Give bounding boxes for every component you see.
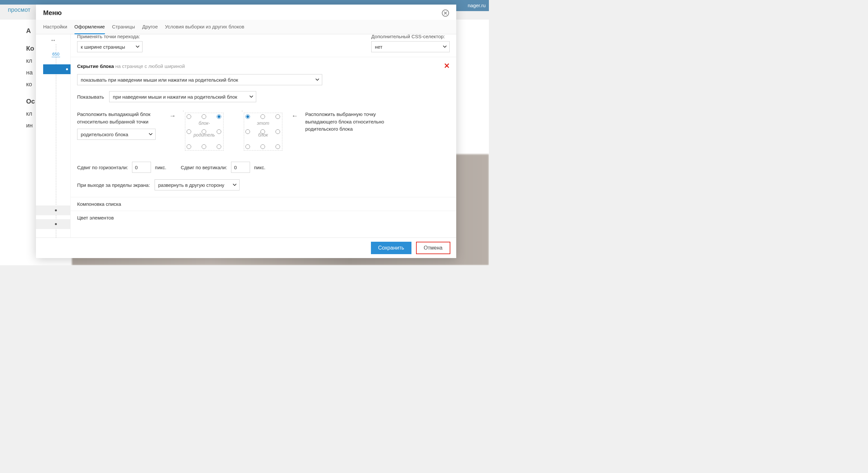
dialog-footer: Сохранить Отмена (36, 238, 456, 258)
parent-anchor-tl[interactable] (187, 114, 191, 119)
show-trigger-label: Показывать (77, 94, 104, 100)
self-anchor-ml[interactable] (245, 129, 250, 134)
cancel-button[interactable]: Отмена (416, 242, 450, 254)
parent-anchor-ml[interactable] (187, 129, 191, 134)
tab-design[interactable]: Оформление (74, 20, 105, 34)
remove-section-button[interactable]: ✕ (444, 62, 450, 70)
content-column: Применять точки перехода: к ширине стран… (70, 34, 456, 238)
apply-breakpoints-label: Применять точки перехода: (77, 34, 143, 39)
parent-anchor-mr[interactable] (217, 129, 221, 134)
apply-breakpoints-group: Применять точки перехода: к ширине стран… (77, 34, 143, 52)
position-relative-select[interactable]: родительского блока (77, 129, 156, 140)
self-anchor-mr[interactable] (276, 129, 280, 134)
show-trigger-row: Показывать при наведении мыши и нажатии … (77, 91, 450, 102)
close-icon (444, 11, 447, 15)
position-left-text: Расположить выпадающий блок относительно… (77, 111, 162, 140)
shift-v-label: Сдвиг по вертикали: (181, 165, 227, 170)
self-anchor-tc[interactable] (260, 114, 265, 119)
dialog-header: Меню (36, 5, 456, 20)
self-anchor-grid: этот блок (242, 111, 284, 153)
overflow-row: При выходе за пределы экрана: развернуть… (77, 179, 450, 190)
shift-v-suffix: пикс. (254, 165, 266, 170)
parent-anchor-grid: блок- родитель (183, 111, 225, 153)
overflow-label: При выходе за пределы экрана: (77, 182, 150, 188)
dialog: Меню Настройки Оформление Страницы Друго… (36, 5, 456, 258)
shift-h-suffix: пикс. (155, 165, 166, 170)
hide-block-section: Скрытие блока на странице с любой ширино… (70, 57, 456, 197)
self-anchor-bl[interactable] (245, 145, 250, 149)
overflow-select[interactable]: развернуть в другую сторону (155, 179, 240, 190)
parent-anchor-bc[interactable] (202, 145, 206, 149)
parent-anchor-tr[interactable] (217, 114, 221, 119)
tab-settings[interactable]: Настройки (43, 20, 67, 34)
save-button[interactable]: Сохранить (371, 242, 411, 254)
parent-anchor-bl[interactable] (187, 145, 191, 149)
breakpoints-column: ↔ 650 (36, 34, 70, 238)
tab-pages[interactable]: Страницы (112, 20, 135, 34)
hide-block-title: Скрытие блока на странице с любой ширино… (77, 63, 185, 69)
breakpoint-active[interactable] (43, 64, 70, 74)
shift-v-input[interactable] (231, 162, 250, 173)
arrow-right-icon: → (168, 111, 177, 120)
background-preview-link: просмот (8, 6, 30, 13)
position-row: Расположить выпадающий блок относительно… (77, 111, 450, 153)
tab-conditions[interactable]: Условия выборки из других блоков (165, 20, 244, 34)
close-button[interactable] (442, 9, 449, 17)
top-row: Применять точки перехода: к ширине стран… (70, 34, 456, 57)
parent-anchor-mc[interactable] (202, 129, 206, 134)
background-top-bar (0, 0, 489, 5)
breakpoint-value[interactable]: 650 (52, 51, 60, 57)
breakpoint-row-colors[interactable] (36, 219, 70, 229)
breakpoint-row-list-layout[interactable] (36, 206, 70, 215)
parent-anchor-br[interactable] (217, 145, 221, 149)
tabs: Настройки Оформление Страницы Другое Усл… (36, 20, 456, 34)
shift-h-input[interactable] (132, 162, 151, 173)
dialog-body: ↔ 650 Применять точки перехода: к ширине… (36, 34, 456, 238)
section-element-colors[interactable]: Цвет элементов (70, 211, 456, 224)
section-list-layout[interactable]: Компоновка списка (70, 197, 456, 211)
self-anchor-tr[interactable] (276, 114, 280, 119)
css-selector-group: Дополнительный CSS-селектор: нет (371, 34, 450, 52)
background-top-right-text: nager.ru (453, 0, 489, 11)
breakpoint-width-icon: ↔ (36, 37, 70, 44)
apply-breakpoints-select[interactable]: к ширине страницы (77, 41, 143, 52)
tab-other[interactable]: Другое (142, 20, 158, 34)
self-anchor-br[interactable] (276, 145, 280, 149)
self-anchor-tl[interactable] (245, 114, 250, 119)
shift-h-label: Сдвиг по горизонтали: (77, 165, 128, 170)
position-right-text: Расположить выбранную точку выпадающего … (305, 111, 390, 133)
css-selector-select[interactable]: нет (371, 41, 450, 52)
arrow-left-icon: ← (291, 111, 299, 120)
css-selector-label: Дополнительный CSS-селектор: (371, 34, 450, 39)
show-trigger-select[interactable]: при наведении мыши и нажатии на родитель… (109, 91, 256, 102)
parent-anchor-tc[interactable] (202, 114, 206, 119)
self-anchor-bc[interactable] (260, 145, 265, 149)
shift-row: Сдвиг по горизонтали: пикс. Сдвиг по вер… (77, 162, 450, 173)
hide-mode-select[interactable]: показывать при наведении мыши или нажати… (77, 74, 322, 85)
self-anchor-mc[interactable] (260, 129, 265, 134)
dialog-title: Меню (43, 9, 62, 17)
